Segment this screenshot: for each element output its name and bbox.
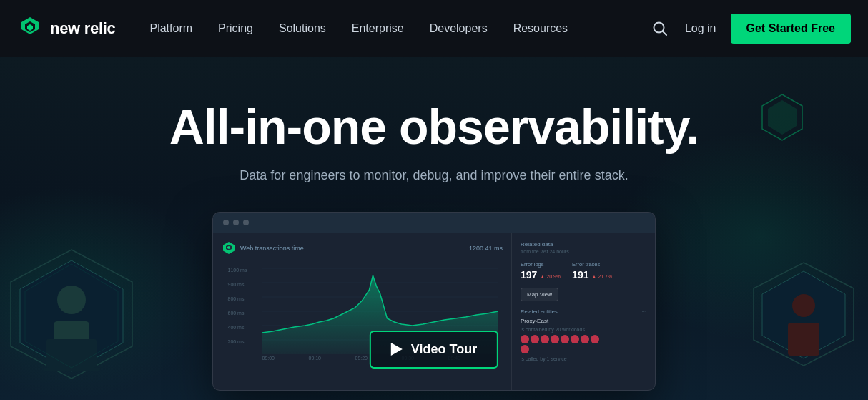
workload-dot xyxy=(551,335,559,343)
related-data-panel: Related data from the last 24 hours Erro… xyxy=(512,233,655,390)
svg-text:600 ms: 600 ms xyxy=(228,311,245,316)
nav-links: Platform Pricing Solutions Enterprise De… xyxy=(149,22,648,35)
related-data-subtitle: from the last 24 hours xyxy=(521,249,646,254)
chart-label: Web transactions time xyxy=(240,245,304,252)
nav-pricing[interactable]: Pricing xyxy=(218,22,253,35)
logo-text: new relic xyxy=(50,19,115,38)
workload-dot xyxy=(531,335,539,343)
logo-link[interactable]: new relic xyxy=(17,16,115,42)
hero-section: All-in-one observability. Data for engin… xyxy=(0,57,868,400)
svg-text:400 ms: 400 ms xyxy=(228,325,245,330)
svg-rect-7 xyxy=(43,368,100,371)
hex-person-right xyxy=(746,257,861,386)
titlebar-dot-3 xyxy=(243,220,249,225)
play-icon xyxy=(391,343,403,356)
search-icon xyxy=(652,21,668,36)
dashboard-preview: Web transactions time 1200.41 ms 1100 ms… xyxy=(212,212,656,391)
chart-header: Web transactions time 1200.41 ms xyxy=(222,241,503,255)
hex-top-right xyxy=(761,93,804,142)
video-tour-overlay[interactable]: Video Tour xyxy=(370,331,498,369)
nr-small-icon xyxy=(222,241,236,255)
metrics-row: Error logs 197 ▲ 20.9% Error traces 191 … xyxy=(521,261,646,281)
workload-dot xyxy=(591,335,599,343)
video-tour-label: Video Tour xyxy=(411,342,477,357)
proxy-east-label: Proxy-East xyxy=(521,318,646,324)
hero-subtitle: Data for engineers to monitor, debug, an… xyxy=(240,168,628,183)
titlebar-dot-1 xyxy=(223,220,229,225)
nav-platform[interactable]: Platform xyxy=(149,22,192,35)
svg-line-1 xyxy=(662,31,666,35)
login-link[interactable]: Log in xyxy=(685,22,716,35)
error-logs-value: 197 xyxy=(521,269,537,281)
dashboard-titlebar xyxy=(213,213,655,233)
titlebar-dot-2 xyxy=(233,220,239,225)
error-traces-label: Error traces xyxy=(572,261,612,268)
proxy-called: is called by 1 service xyxy=(521,356,646,361)
get-started-button[interactable]: Get Started Free xyxy=(731,14,851,44)
error-traces-value: 191 xyxy=(572,269,588,281)
error-traces-change: ▲ 21.7% xyxy=(591,274,612,279)
error-logs-metric: Error logs 197 ▲ 20.9% xyxy=(521,261,561,281)
svg-text:200 ms: 200 ms xyxy=(228,339,245,344)
workload-dot xyxy=(561,335,569,343)
svg-text:09:00: 09:00 xyxy=(262,356,275,361)
map-view-button[interactable]: Map View xyxy=(521,288,558,301)
nav-enterprise[interactable]: Enterprise xyxy=(352,22,404,35)
svg-point-11 xyxy=(792,294,815,317)
workload-dot xyxy=(581,335,589,343)
workload-dot xyxy=(521,345,529,353)
error-logs-label: Error logs xyxy=(521,261,561,268)
hex-person-left xyxy=(0,243,143,400)
navbar: new relic Platform Pricing Solutions Ent… xyxy=(0,0,868,57)
svg-text:800 ms: 800 ms xyxy=(228,296,245,301)
svg-text:900 ms: 900 ms xyxy=(228,282,245,287)
svg-text:1100 ms: 1100 ms xyxy=(228,268,247,273)
svg-text:09:10: 09:10 xyxy=(309,356,322,361)
error-traces-metric: Error traces 191 ▲ 21.7% xyxy=(572,261,612,281)
chart-value: 1200.41 ms xyxy=(469,245,503,252)
svg-rect-12 xyxy=(788,323,819,356)
nav-solutions[interactable]: Solutions xyxy=(279,22,326,35)
related-data-title: Related data xyxy=(521,241,646,248)
svg-rect-6 xyxy=(46,339,97,368)
workload-dot xyxy=(521,335,529,343)
workload-dot xyxy=(571,335,579,343)
related-entities-label: Related entities ··· xyxy=(521,308,646,315)
workload-dot xyxy=(541,335,549,343)
proxy-contained: is contained by 20 workloads xyxy=(521,327,646,332)
error-logs-change: ▲ 20.9% xyxy=(540,274,561,279)
nav-right-area: Log in Get Started Free xyxy=(649,14,851,44)
search-button[interactable] xyxy=(649,18,671,39)
svg-point-4 xyxy=(57,286,86,314)
hero-title: All-in-one observability. xyxy=(169,100,699,154)
workload-dots xyxy=(521,335,606,353)
svg-text:09:20: 09:20 xyxy=(355,356,368,361)
new-relic-logo-icon xyxy=(17,16,43,42)
nav-resources[interactable]: Resources xyxy=(513,22,568,35)
svg-marker-14 xyxy=(768,100,797,135)
nav-developers[interactable]: Developers xyxy=(430,22,488,35)
